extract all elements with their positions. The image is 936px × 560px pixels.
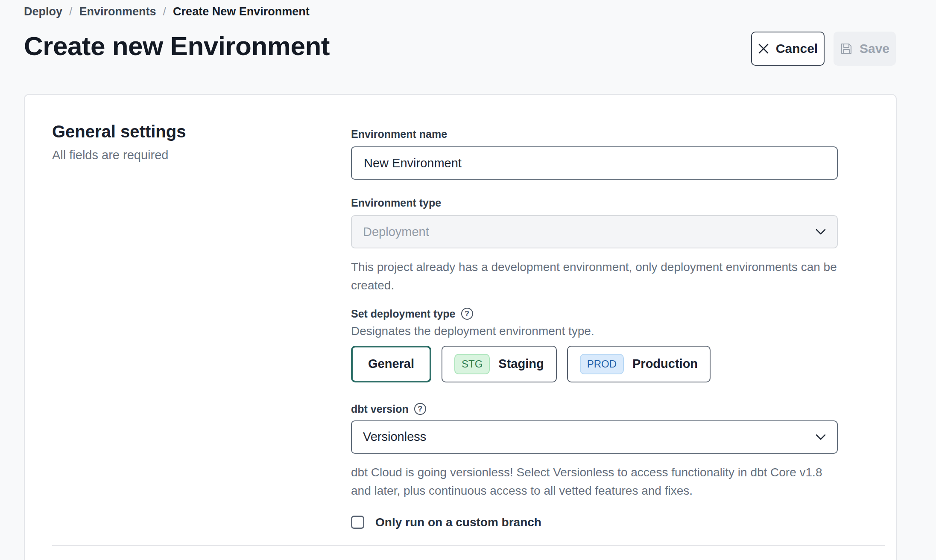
deployment-type-production-button[interactable]: PROD Production	[567, 346, 711, 382]
environment-type-help-text: This project already has a development e…	[351, 258, 838, 295]
section-intro: General settings All fields are required	[52, 122, 325, 162]
environment-name-label: Environment name	[351, 128, 838, 140]
deployment-type-general-label: General	[368, 357, 414, 371]
breadcrumb-create-new-environment: Create New Environment	[173, 5, 310, 18]
section-heading: General settings	[52, 122, 325, 141]
environment-name-input[interactable]	[351, 146, 838, 180]
general-settings-card: General settings All fields are required…	[24, 94, 897, 560]
environment-type-value: Deployment	[363, 225, 429, 239]
dbt-version-select[interactable]: Versionless	[351, 420, 838, 454]
cancel-button-label: Cancel	[776, 41, 818, 56]
custom-branch-checkbox[interactable]	[351, 516, 364, 529]
save-disk-icon	[840, 42, 853, 55]
section-subheading: All fields are required	[52, 148, 325, 162]
help-icon[interactable]: ?	[461, 308, 473, 320]
dbt-version-label-row: dbt version ?	[351, 403, 838, 415]
save-button[interactable]: Save	[834, 32, 896, 66]
production-badge: PROD	[580, 354, 624, 374]
deployment-type-label: Set deployment type	[351, 308, 456, 320]
dbt-version-value: Versionless	[363, 430, 426, 444]
staging-badge: STG	[454, 354, 490, 374]
environment-type-select: Deployment	[351, 215, 838, 248]
dbt-version-label: dbt version	[351, 403, 409, 415]
cancel-button[interactable]: Cancel	[751, 32, 825, 66]
create-environment-page: Deploy / Environments / Create New Envir…	[0, 0, 936, 560]
page-title: Create new Environment	[24, 31, 330, 61]
deployment-type-staging-label: Staging	[498, 357, 544, 371]
section-divider	[52, 545, 885, 546]
deployment-type-description: Designates the deployment environment ty…	[351, 324, 838, 338]
save-button-label: Save	[860, 41, 889, 56]
settings-form: Environment name Environment type Deploy…	[351, 128, 838, 529]
header-actions: Cancel Save	[751, 32, 896, 66]
environment-type-label: Environment type	[351, 197, 838, 209]
deployment-type-general-button[interactable]: General	[351, 346, 431, 382]
breadcrumb-environments[interactable]: Environments	[79, 5, 156, 18]
deployment-type-staging-button[interactable]: STG Staging	[442, 346, 557, 382]
custom-branch-label: Only run on a custom branch	[375, 516, 541, 529]
breadcrumb-deploy[interactable]: Deploy	[24, 5, 62, 18]
chevron-down-icon	[816, 434, 826, 440]
deployment-type-options: General STG Staging PROD Production	[351, 346, 838, 382]
help-icon[interactable]: ?	[414, 403, 426, 415]
custom-branch-row: Only run on a custom branch	[351, 516, 838, 529]
breadcrumb-separator: /	[69, 5, 73, 18]
breadcrumb-separator: /	[163, 5, 167, 18]
deployment-type-label-row: Set deployment type ?	[351, 308, 838, 320]
chevron-down-icon	[816, 229, 826, 235]
deployment-type-production-label: Production	[632, 357, 698, 371]
dbt-version-help-text: dbt Cloud is going versionless! Select V…	[351, 463, 838, 500]
close-icon	[758, 43, 769, 54]
breadcrumb: Deploy / Environments / Create New Envir…	[24, 5, 310, 18]
